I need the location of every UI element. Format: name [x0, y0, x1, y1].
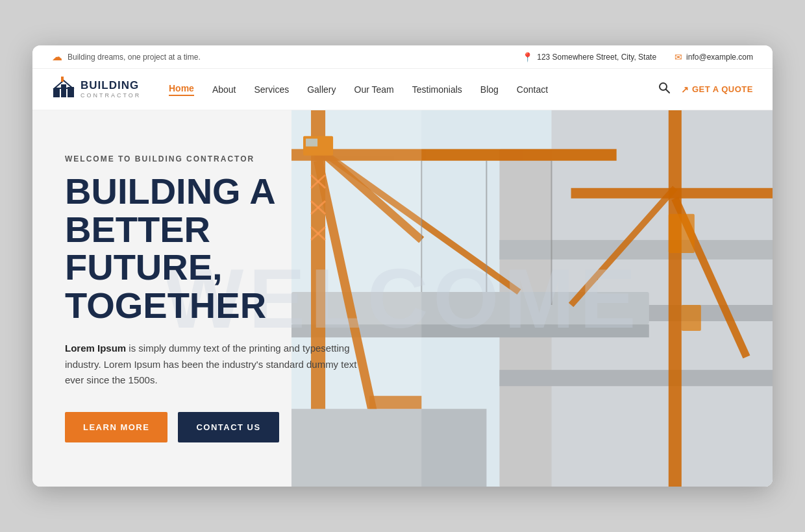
nav-our-team[interactable]: Our Team [354, 84, 394, 95]
hero-title-line1: BUILDING A BETTER [65, 171, 275, 250]
svg-rect-20 [669, 110, 682, 487]
browser-frame: ☁ Building dreams, one project at a time… [32, 45, 773, 487]
tagline-text: Building dreams, one project at a time. [68, 53, 201, 62]
contact-us-button[interactable]: CONTACT US [178, 412, 279, 442]
nav-home[interactable]: Home [169, 83, 194, 96]
hero-eyebrow: WELCOME TO BUILDING CONTRACTOR [65, 154, 396, 163]
hero-desc-bold: Lorem Ipsum [65, 343, 126, 354]
cloud-icon: ☁ [52, 51, 62, 63]
nav-contact[interactable]: Contact [517, 84, 548, 95]
hero-description: Lorem Ipsum is simply dummy text of the … [65, 341, 377, 389]
svg-rect-0 [53, 88, 60, 97]
svg-rect-12 [499, 370, 773, 386]
hero-section: WELCOME [32, 110, 773, 487]
logo-subtitle: CONTRACTOR [80, 92, 141, 99]
hero-title-line2: FUTURE, TOGETHER [65, 247, 266, 326]
nav-services[interactable]: Services [254, 84, 290, 95]
svg-rect-1 [61, 84, 66, 97]
nav-testimonials[interactable]: Testimonials [412, 84, 462, 95]
info-bar: ☁ Building dreams, one project at a time… [32, 45, 773, 69]
pin-icon: 📍 [522, 52, 533, 62]
svg-rect-38 [682, 305, 701, 331]
hero-content: WELCOME TO BUILDING CONTRACTOR BUILDING … [32, 115, 422, 481]
nav-links: Home About Services Gallery Our Team Tes… [169, 83, 658, 96]
logo-text: BUILDING CONTRACTOR [80, 80, 141, 99]
quote-label: GET A QUOTE [692, 84, 753, 94]
learn-more-button[interactable]: LEARN MORE [65, 412, 167, 442]
hero-title: BUILDING A BETTER FUTURE, TOGETHER [65, 173, 396, 325]
email-item: ✉ info@example.com [675, 52, 753, 62]
logo: BUILDING CONTRACTOR [52, 75, 143, 103]
svg-rect-10 [499, 240, 773, 260]
svg-rect-37 [669, 214, 695, 253]
nav-blog[interactable]: Blog [480, 84, 499, 95]
mail-icon: ✉ [675, 52, 682, 62]
info-bar-contacts: 📍 123 Somewhere Street, City, State ✉ in… [522, 52, 753, 62]
svg-line-6 [666, 90, 670, 93]
search-button[interactable] [658, 81, 671, 97]
navbar: BUILDING CONTRACTOR Home About Services … [32, 69, 773, 110]
arrow-icon: ↗ [681, 84, 689, 95]
nav-about[interactable]: About [212, 84, 236, 95]
address-text: 123 Somewhere Street, City, State [537, 53, 656, 62]
logo-title: BUILDING [80, 80, 141, 92]
logo-icon [52, 75, 75, 103]
address-item: 📍 123 Somewhere Street, City, State [522, 52, 656, 62]
nav-actions: ↗ GET A QUOTE [658, 81, 753, 97]
hero-buttons: LEARN MORE CONTACT US [65, 412, 396, 442]
get-quote-button[interactable]: ↗ GET A QUOTE [681, 84, 753, 95]
tagline-area: ☁ Building dreams, one project at a time… [52, 51, 201, 63]
email-text: info@example.com [686, 53, 753, 62]
nav-gallery[interactable]: Gallery [307, 84, 336, 95]
svg-rect-4 [61, 77, 64, 82]
